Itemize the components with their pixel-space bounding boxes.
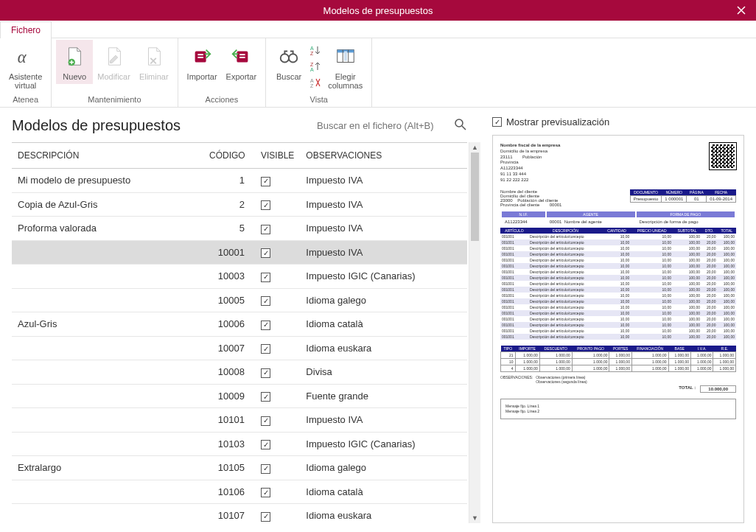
scroll-down-icon: ▼ (469, 513, 480, 523)
visible-checkbox[interactable] (261, 392, 270, 402)
cell-visible (255, 384, 300, 408)
models-table: DESCRIPCIÓN CÓDIGO VISIBLE OBSERVACIONES… (12, 142, 467, 523)
svg-text:A: A (310, 78, 314, 83)
ribbon-buscar[interactable]: Buscar (270, 40, 307, 84)
cell-observaciones: Idioma català (300, 480, 467, 504)
visible-checkbox[interactable] (261, 248, 270, 258)
table-row[interactable]: 10008Divisa (12, 360, 467, 385)
visible-checkbox[interactable] (261, 344, 270, 354)
visible-checkbox[interactable] (261, 321, 270, 330)
ribbon-sort-desc[interactable]: ZA (307, 59, 323, 74)
cell-observaciones: Impuesto IVA (300, 408, 467, 433)
left-pane: Modelos de presupuestos DESCRIPCIÓN CÓDI… (0, 108, 480, 532)
ribbon-group-mantenimiento: Nuevo Modificar Eliminar Mantenimiento (52, 38, 178, 107)
cell-descripcion: Azul-Gris (12, 312, 203, 337)
visible-checkbox[interactable] (261, 177, 270, 186)
table-row[interactable]: Extralargo10105Idioma galego (12, 456, 467, 480)
search-button[interactable] (452, 116, 469, 135)
cell-observaciones: Impuesto IVA (300, 192, 467, 217)
cell-descripcion (12, 480, 203, 504)
cell-descripcion (12, 240, 203, 265)
table-row[interactable]: 10009Fuente grande (12, 384, 467, 408)
cell-descripcion: Extralargo (12, 456, 203, 480)
vertical-scrollbar[interactable]: ▲ ▼ (469, 142, 480, 523)
ribbon-group-atenea: α Asistente virtual Atenea (0, 38, 52, 107)
tab-fichero[interactable]: Fichero (0, 21, 52, 38)
table-row[interactable]: Proforma valorada5Impuesto IVA (12, 217, 467, 241)
col-descripcion[interactable]: DESCRIPCIÓN (12, 143, 203, 169)
visible-checkbox[interactable] (261, 273, 270, 282)
svg-text:Z: Z (310, 62, 314, 67)
content-area: Modelos de presupuestos DESCRIPCIÓN CÓDI… (0, 108, 756, 532)
svg-rect-6 (239, 54, 245, 55)
cell-visible (255, 288, 300, 312)
cell-codigo: 2 (203, 192, 255, 217)
table-row[interactable]: 10107Idioma euskara (12, 504, 467, 524)
table-row[interactable]: 10003Impuesto IGIC (Canarias) (12, 265, 467, 289)
svg-text:Z: Z (310, 51, 314, 56)
cell-visible (255, 192, 300, 217)
table-row[interactable]: Azul-Gris10006Idioma català (12, 312, 467, 337)
visible-checkbox[interactable] (261, 512, 270, 522)
cell-visible (255, 456, 300, 480)
new-document-icon (63, 46, 85, 68)
preview-checkbox[interactable] (492, 117, 502, 127)
table-row[interactable]: Copia de Azul-Gris2Impuesto IVA (12, 192, 467, 217)
table-row[interactable]: 10007Idioma euskara (12, 336, 467, 360)
ribbon-sort-clear[interactable]: AZ (307, 75, 323, 90)
ribbon-eliminar[interactable]: Eliminar (135, 40, 173, 84)
cell-visible (255, 217, 300, 241)
table-row[interactable]: 10005Idioma galego (12, 288, 467, 312)
export-icon (230, 46, 252, 68)
document-preview: Nombre fiscal de la empresa Domicilio de… (500, 143, 736, 515)
cell-codigo: 10007 (203, 336, 255, 360)
visible-checkbox[interactable] (261, 200, 270, 210)
ribbon-importar[interactable]: Importar (183, 40, 222, 84)
visible-checkbox[interactable] (261, 368, 270, 378)
table-row[interactable]: 10103Impuesto IGIC (Canarias) (12, 432, 467, 456)
preview-checkbox-label: Mostrar previsualización (506, 116, 609, 127)
table-row[interactable]: 10001Impuesto IVA (12, 240, 467, 265)
ribbon-modificar[interactable]: Modificar (93, 40, 135, 84)
visible-checkbox[interactable] (261, 464, 270, 474)
binoculars-icon (278, 46, 300, 68)
ribbon-elegir-columnas[interactable]: Elegir columnas (323, 40, 367, 93)
scroll-thumb[interactable] (471, 153, 479, 241)
cell-visible (255, 265, 300, 289)
sort-asc-icon: AZ (309, 44, 321, 56)
qr-code-icon (710, 143, 736, 169)
ribbon-sort-asc[interactable]: AZ (307, 43, 323, 57)
search-icon (454, 118, 467, 131)
table-row[interactable]: 10106Idioma català (12, 480, 467, 504)
visible-checkbox[interactable] (261, 488, 270, 497)
cell-observaciones: Idioma galego (300, 288, 467, 312)
visible-checkbox[interactable] (261, 296, 270, 306)
close-button[interactable] (727, 0, 756, 21)
search-input[interactable] (315, 117, 448, 135)
col-observaciones[interactable]: OBSERVACIONES (300, 143, 467, 169)
table-row[interactable]: Mi modelo de presupuesto1Impuesto IVA (12, 169, 467, 193)
svg-rect-4 (197, 57, 203, 58)
doc-totals-table: TIPOIMPORTEDESCUENTOPRONTO PAGOPORTESFIN… (500, 346, 736, 372)
visible-checkbox[interactable] (261, 225, 270, 234)
cell-descripcion: Copia de Azul-Gris (12, 192, 203, 217)
preview-panel: Nombre fiscal de la empresa Domicilio de… (492, 135, 744, 523)
svg-point-9 (289, 54, 297, 62)
doc-meta-table: DOCUMENTONÚMEROPÁGINAFECHA Presupuesto1 … (630, 189, 736, 203)
visible-checkbox[interactable] (261, 440, 270, 449)
cell-observaciones: Idioma euskara (300, 504, 467, 524)
svg-rect-7 (239, 57, 245, 58)
cell-visible (255, 312, 300, 337)
table-row[interactable]: 10101Impuesto IVA (12, 408, 467, 433)
cell-descripcion (12, 432, 203, 456)
cell-descripcion (12, 408, 203, 433)
col-visible[interactable]: VISIBLE (255, 143, 300, 169)
ribbon-asistente-virtual[interactable]: α Asistente virtual (4, 40, 46, 93)
alpha-icon: α (15, 46, 37, 68)
ribbon-exportar[interactable]: Exportar (222, 40, 262, 84)
ribbon-nuevo[interactable]: Nuevo (56, 40, 93, 84)
col-codigo[interactable]: CÓDIGO (203, 143, 255, 169)
visible-checkbox[interactable] (261, 416, 270, 426)
cell-visible (255, 240, 300, 265)
svg-point-19 (455, 119, 463, 127)
